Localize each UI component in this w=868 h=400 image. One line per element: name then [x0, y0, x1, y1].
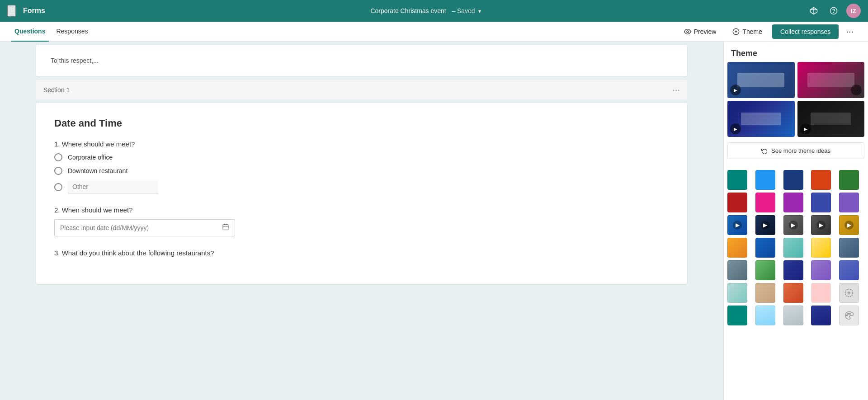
theme-scene-10[interactable] — [839, 260, 859, 280]
date-input-wrapper — [54, 219, 235, 236]
theme-photo-2[interactable] — [755, 283, 775, 303]
radio-corporate-office[interactable] — [54, 153, 62, 161]
subnav: Questions Responses Preview Theme Collec… — [0, 22, 868, 42]
color-green2[interactable] — [727, 306, 747, 325]
color-pink[interactable] — [755, 193, 775, 212]
radio-downtown-restaurant[interactable] — [54, 167, 62, 175]
question-3-label: 3. What do you think about the following… — [54, 249, 669, 257]
theme-panel: Theme ▶ ▶ ▶ — [723, 42, 868, 400]
theme-panel-title: Theme — [731, 49, 757, 58]
theme-scene-7[interactable] — [755, 260, 775, 280]
question-2: 2. When should we meet? — [54, 206, 669, 236]
theme-video-2[interactable]: ▶ — [755, 215, 775, 235]
theme-photo-3[interactable] — [783, 283, 803, 303]
theme-1-play[interactable]: ▶ — [730, 85, 741, 95]
theme-scene-2[interactable] — [755, 238, 775, 258]
tab-responses[interactable]: Responses — [52, 22, 91, 42]
topbar-right: IZ — [807, 4, 861, 18]
help-icon[interactable] — [826, 4, 841, 18]
theme-image-3[interactable]: ▶ — [727, 101, 795, 137]
theme-image-4[interactable]: ▶ — [797, 101, 865, 137]
topbar: ⊞ Forms Corporate Christmas event – Save… — [0, 0, 868, 22]
color-lavender[interactable] — [839, 193, 859, 212]
option-downtown-restaurant: Downtown restaurant — [54, 167, 669, 175]
color-slate-blue[interactable] — [811, 193, 831, 212]
theme-image-2[interactable] — [797, 62, 865, 98]
corporate-office-label: Corporate office — [68, 154, 113, 161]
option-other — [54, 180, 669, 193]
theme-scene-8[interactable] — [783, 260, 803, 280]
svg-rect-7 — [223, 225, 228, 230]
color-dark-blue[interactable] — [783, 170, 803, 190]
svg-point-14 — [846, 315, 848, 316]
color-purple[interactable] — [783, 193, 803, 212]
doc-title: Corporate Christmas event — [370, 7, 446, 14]
collect-responses-button[interactable]: Collect responses — [772, 24, 839, 39]
theme-photo-1[interactable] — [727, 283, 747, 303]
user-avatar[interactable]: IZ — [846, 4, 861, 18]
theme-add-custom[interactable] — [839, 283, 859, 303]
theme-scene-9[interactable] — [811, 260, 831, 280]
theme-2-play[interactable] — [851, 85, 862, 95]
question-1-label: 1. Where should we meet? — [54, 140, 669, 148]
section-title: Date and Time — [54, 118, 669, 129]
see-more-label: See more theme ideas — [771, 147, 830, 154]
question-1: 1. Where should we meet? Corporate offic… — [54, 140, 669, 193]
theme-customized[interactable] — [811, 283, 831, 303]
svg-point-4 — [834, 12, 834, 13]
theme-3-play[interactable]: ▶ — [730, 123, 741, 134]
theme-palette-icon[interactable] — [839, 306, 859, 325]
app-name: Forms — [23, 7, 45, 15]
downtown-restaurant-label: Downtown restaurant — [68, 167, 127, 174]
svg-point-15 — [848, 313, 849, 315]
doc-title-area: Corporate Christmas event – Saved ▾ — [52, 7, 799, 15]
questions-section: Date and Time 1. Where should we meet? C… — [36, 103, 687, 284]
color-crimson[interactable] — [727, 193, 747, 212]
color-teal[interactable] — [727, 170, 747, 190]
svg-point-5 — [687, 31, 689, 33]
theme-video-4[interactable]: ▶ — [811, 215, 831, 235]
preview-button[interactable]: Preview — [678, 25, 723, 38]
theme-video-3[interactable]: ▶ — [783, 215, 803, 235]
saved-dropdown-icon[interactable]: ▾ — [478, 8, 481, 14]
theme-scene-1[interactable] — [727, 238, 747, 258]
date-input[interactable] — [60, 224, 222, 231]
tab-questions[interactable]: Questions — [11, 22, 49, 42]
theme-button[interactable]: Theme — [726, 25, 769, 38]
theme-scene-5[interactable] — [839, 238, 859, 258]
color-green[interactable] — [839, 170, 859, 190]
subnav-right: Preview Theme Collect responses ··· — [678, 24, 857, 39]
form-area: To this respect,... Section 1 ··· Date a… — [0, 42, 723, 400]
color-dark-navy[interactable] — [811, 306, 831, 325]
theme-video-5[interactable]: ▶ — [839, 215, 859, 235]
radio-other[interactable] — [54, 183, 62, 191]
gems-icon[interactable] — [807, 4, 821, 18]
intro-text: To this respect,... — [51, 56, 673, 66]
theme-video-1[interactable]: ▶ — [727, 215, 747, 235]
option-corporate-office: Corporate office — [54, 153, 669, 161]
color-wave[interactable] — [783, 306, 803, 325]
theme-scene-4[interactable] — [811, 238, 831, 258]
section-label: Section 1 — [43, 86, 70, 94]
theme-images-grid: ▶ ▶ ▶ — [724, 62, 868, 141]
intro-card: To this respect,... — [36, 45, 687, 76]
more-options-button[interactable]: ··· — [842, 26, 857, 37]
theme-scene-3[interactable] — [783, 238, 803, 258]
theme-scene-6[interactable] — [727, 260, 747, 280]
section-header: Section 1 ··· — [36, 80, 687, 99]
section-options-button[interactable]: ··· — [672, 85, 680, 95]
color-orange[interactable] — [811, 170, 831, 190]
theme-panel-header: Theme — [724, 42, 868, 62]
see-more-themes-button[interactable]: See more theme ideas — [727, 142, 864, 159]
color-sky[interactable] — [755, 306, 775, 325]
svg-point-16 — [849, 313, 851, 315]
apps-icon[interactable]: ⊞ — [7, 5, 16, 17]
color-blue[interactable] — [755, 170, 775, 190]
question-3: 3. What do you think about the following… — [54, 249, 669, 257]
theme-4-play[interactable]: ▶ — [800, 123, 811, 134]
theme-image-1[interactable]: ▶ — [727, 62, 795, 98]
saved-label: – Saved — [452, 7, 476, 14]
calendar-icon[interactable] — [222, 223, 229, 232]
color-grid: ▶ ▶ ▶ ▶ ▶ — [724, 166, 868, 329]
other-input[interactable] — [68, 180, 158, 193]
